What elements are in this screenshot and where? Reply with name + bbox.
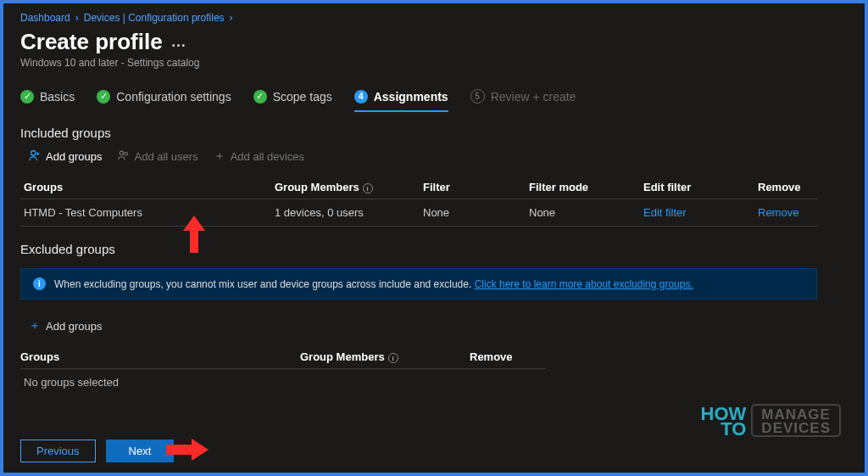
excluded-groups-title: Excluded groups bbox=[20, 242, 848, 256]
watermark-logo: HOW TO MANAGE DEVICES bbox=[701, 404, 841, 437]
add-user-icon bbox=[29, 149, 41, 164]
breadcrumb-devices[interactable]: Devices | Configuration profiles bbox=[84, 12, 225, 24]
breadcrumb-dashboard[interactable]: Dashboard bbox=[20, 12, 70, 24]
info-icon[interactable]: i bbox=[388, 353, 398, 363]
previous-button[interactable]: Previous bbox=[20, 440, 96, 462]
plus-icon: ＋ bbox=[214, 148, 225, 164]
edit-filter-link[interactable]: Edit filter bbox=[643, 206, 687, 219]
add-all-devices-button[interactable]: ＋ Add all devices bbox=[214, 148, 304, 164]
users-icon bbox=[118, 149, 130, 164]
annotation-arrow-icon bbox=[164, 437, 209, 462]
page-title: Create profile bbox=[20, 29, 163, 55]
cell-filter: None bbox=[423, 206, 529, 219]
svg-point-1 bbox=[120, 151, 123, 154]
col-groups: Groups bbox=[20, 181, 275, 193]
step-label: Configuration settings bbox=[116, 90, 231, 104]
included-groups-title: Included groups bbox=[20, 126, 848, 140]
step-review-create: 5 Review + create bbox=[470, 89, 576, 110]
table-row: HTMD - Test Computers 1 devices, 0 users… bbox=[20, 199, 817, 227]
col-members: Group Membersi bbox=[275, 181, 423, 193]
step-label: Basics bbox=[40, 90, 75, 104]
add-all-users-button[interactable]: Add all users bbox=[118, 148, 198, 164]
col-filter-mode: Filter mode bbox=[529, 181, 643, 193]
step-label: Review + create bbox=[491, 90, 576, 104]
step-number-icon: 5 bbox=[470, 89, 485, 104]
info-icon[interactable]: i bbox=[363, 183, 373, 193]
plus-icon: ＋ bbox=[29, 318, 41, 333]
check-icon bbox=[20, 90, 34, 104]
col-edit-filter: Edit filter bbox=[643, 181, 758, 193]
col-members: Group Membersi bbox=[300, 350, 470, 363]
svg-marker-4 bbox=[166, 439, 209, 461]
step-label: Assignments bbox=[374, 90, 448, 104]
check-icon bbox=[253, 90, 267, 104]
included-groups-table: Groups Group Membersi Filter Filter mode… bbox=[20, 176, 817, 227]
step-number-icon: 4 bbox=[354, 90, 368, 104]
breadcrumb-separator: › bbox=[75, 12, 79, 24]
col-remove: Remove bbox=[470, 350, 546, 363]
remove-link[interactable]: Remove bbox=[758, 206, 798, 219]
svg-point-2 bbox=[124, 152, 127, 155]
wm-devices: DEVICES bbox=[761, 422, 831, 434]
col-remove: Remove bbox=[758, 181, 817, 193]
add-groups-label: Add groups bbox=[46, 150, 103, 163]
info-icon: i bbox=[33, 277, 46, 290]
annotation-arrow-icon bbox=[180, 216, 209, 255]
wizard-steps: Basics Configuration settings Scope tags… bbox=[20, 89, 848, 110]
more-icon[interactable]: … bbox=[171, 33, 188, 51]
cell-group: HTMD - Test Computers bbox=[20, 206, 275, 219]
add-groups-label: Add groups bbox=[46, 320, 103, 333]
svg-point-0 bbox=[31, 150, 36, 154]
cell-members: 1 devices, 0 users bbox=[275, 206, 423, 219]
add-groups-button[interactable]: Add groups bbox=[29, 148, 103, 164]
breadcrumb: Dashboard › Devices | Configuration prof… bbox=[20, 12, 848, 24]
col-groups: Groups bbox=[20, 350, 300, 363]
col-filter: Filter bbox=[423, 181, 529, 193]
cell-filter-mode: None bbox=[529, 206, 643, 219]
add-all-users-label: Add all users bbox=[135, 150, 198, 163]
breadcrumb-separator: › bbox=[230, 12, 233, 24]
infobox-text: When excluding groups, you cannot mix us… bbox=[54, 278, 471, 290]
step-assignments[interactable]: 4 Assignments bbox=[354, 90, 448, 110]
step-label: Scope tags bbox=[273, 90, 332, 104]
check-icon bbox=[97, 90, 110, 104]
svg-marker-3 bbox=[183, 216, 205, 253]
page-subtitle: Windows 10 and later - Settings catalog bbox=[20, 57, 848, 69]
step-basics[interactable]: Basics bbox=[20, 90, 75, 110]
step-configuration-settings[interactable]: Configuration settings bbox=[97, 90, 231, 110]
excluded-infobox: i When excluding groups, you cannot mix … bbox=[20, 268, 817, 300]
wizard-footer: Previous Next bbox=[20, 440, 174, 462]
excluded-groups-table: Groups Group Membersi Remove No groups s… bbox=[20, 345, 546, 389]
infobox-link[interactable]: Click here to learn more about excluding… bbox=[475, 278, 693, 290]
no-groups-text: No groups selected bbox=[20, 369, 546, 389]
add-all-devices-label: Add all devices bbox=[231, 150, 304, 163]
step-scope-tags[interactable]: Scope tags bbox=[253, 90, 332, 110]
included-groups-toolbar: Add groups Add all users ＋ Add all devic… bbox=[29, 148, 848, 164]
add-groups-button[interactable]: ＋ Add groups bbox=[29, 318, 103, 333]
